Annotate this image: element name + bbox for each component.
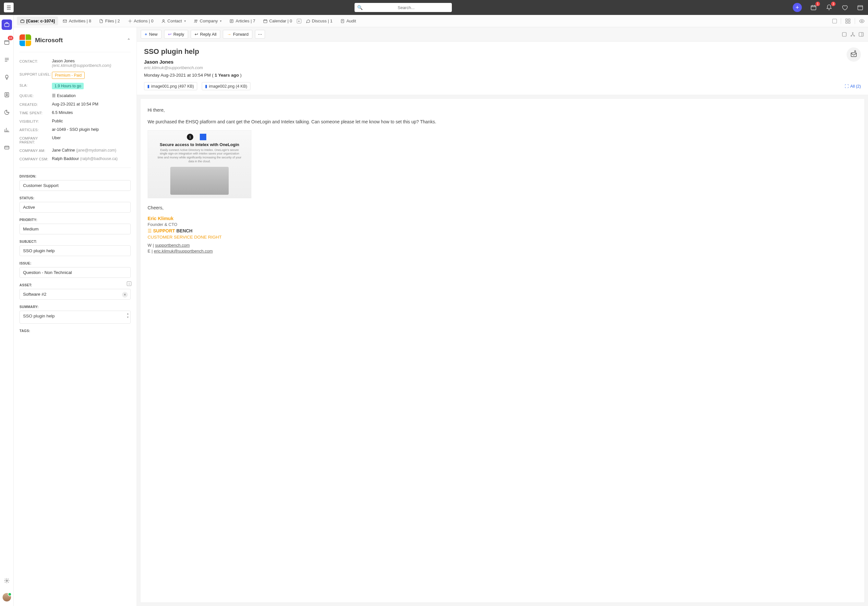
svg-rect-6: [5, 146, 9, 149]
attachment-2[interactable]: ▮image002.png (4 KB): [202, 82, 250, 90]
details-panel: Microsoft ⌃ CONTACT:Jason Jones (eric.kl…: [14, 27, 137, 606]
svg-rect-17: [846, 19, 847, 20]
rail-inbox-icon[interactable]: 15: [2, 37, 12, 47]
forward-button[interactable]: →Forward: [223, 30, 253, 39]
search-input[interactable]: [355, 3, 452, 12]
signature-title: Founder & CTO: [147, 222, 857, 227]
svg-rect-15: [264, 19, 267, 22]
rail-lightbulb-icon[interactable]: [2, 72, 12, 82]
rail-chart-icon[interactable]: [2, 124, 12, 135]
message-subject: SSO plugin help: [144, 47, 861, 56]
tab-files[interactable]: Files | 2: [96, 17, 123, 25]
tab-articles[interactable]: Articles | 7: [226, 17, 258, 25]
archive-icon[interactable]: [856, 3, 864, 11]
window-icon[interactable]: [832, 19, 837, 23]
rail-contact-icon[interactable]: [2, 90, 12, 100]
left-rail: 15: [0, 15, 14, 606]
tab-case[interactable]: [Case: c-1074]: [17, 17, 58, 25]
user-avatar[interactable]: [3, 593, 11, 601]
file-icon: ▮: [147, 84, 150, 89]
svg-rect-19: [846, 22, 847, 23]
svg-point-13: [196, 19, 197, 21]
global-search[interactable]: 🔍: [355, 3, 452, 12]
svg-point-12: [195, 19, 196, 21]
qr-icon[interactable]: [845, 18, 851, 24]
clear-asset-button[interactable]: ×: [122, 292, 128, 298]
bell-icon[interactable]: 3: [825, 3, 833, 11]
tab-row: [Case: c-1074] Activities | 8 Files | 2 …: [14, 15, 868, 27]
chevron-down-icon: ▾: [220, 19, 222, 23]
more-button[interactable]: ⋯: [255, 30, 265, 39]
message-body: Hi there, We purchased the EHSQ platform…: [140, 98, 865, 603]
company-title: Microsoft: [35, 37, 123, 44]
subject-input[interactable]: SSO plugin help: [19, 246, 131, 256]
panel-icon[interactable]: [858, 31, 864, 37]
priority-select[interactable]: Medium: [19, 224, 131, 235]
svg-rect-18: [849, 19, 850, 20]
reply-button[interactable]: ↩Reply: [164, 30, 188, 39]
expand-icon[interactable]: [842, 31, 847, 37]
rail-analytics-icon[interactable]: [2, 107, 12, 118]
issue-select[interactable]: Question - Non Technical: [19, 267, 131, 278]
new-button[interactable]: +New: [141, 30, 161, 39]
rail-settings-icon[interactable]: [2, 575, 12, 586]
info-icon[interactable]: i: [127, 281, 131, 286]
attachment-1[interactable]: ▮image001.png (497 KB): [144, 82, 197, 90]
tab-company[interactable]: Company▾: [191, 17, 225, 25]
email-link[interactable]: eric.klimuk@supportbench.com: [154, 249, 213, 253]
summary-input[interactable]: SSO plugin help▲▼: [19, 311, 131, 323]
tab-audit[interactable]: Audit: [337, 17, 360, 25]
eye-icon[interactable]: [859, 18, 865, 24]
tab-contact[interactable]: Contact▾: [158, 17, 189, 25]
website-link[interactable]: supportbench.com: [155, 243, 190, 248]
spin-down-icon[interactable]: ▼: [127, 316, 129, 319]
inline-image: 1 Secure access to Intelex with OneLogin…: [147, 130, 251, 198]
rail-workspace-icon[interactable]: [2, 142, 12, 152]
file-icon: ▮: [205, 84, 207, 89]
heart-icon[interactable]: [841, 3, 849, 11]
tab-activities[interactable]: Activities | 8: [59, 17, 95, 25]
svg-point-21: [861, 20, 863, 22]
all-attachments-link[interactable]: ⛶All (2): [845, 84, 861, 89]
rail-list-icon[interactable]: [2, 54, 12, 65]
svg-rect-3: [5, 40, 9, 45]
spin-up-icon[interactable]: ▲: [127, 312, 129, 315]
signature-name: Eric Klimuk: [147, 216, 857, 221]
sla-pill: 1.9 Hours to go: [52, 83, 84, 89]
division-select[interactable]: Customer Support: [19, 180, 131, 191]
status-select[interactable]: Active: [19, 202, 131, 213]
rail-cases-icon[interactable]: [2, 19, 12, 30]
reply-all-button[interactable]: ↩Reply All: [191, 30, 220, 39]
svg-point-7: [6, 580, 8, 582]
network-icon[interactable]: [850, 31, 856, 37]
layers-icon: ☰: [52, 93, 57, 98]
svg-rect-0: [811, 6, 816, 10]
calendar-badge: 1: [815, 2, 820, 6]
from-email: eric.klimuk@supportbench.com: [144, 65, 861, 70]
add-button[interactable]: +: [793, 3, 802, 12]
asset-select[interactable]: Software #2×: [19, 289, 131, 300]
app-logo[interactable]: ☰: [4, 3, 14, 12]
message-date: Monday Aug-23-2021 at 10:54 PM ( 1 Years…: [144, 73, 861, 78]
rail-inbox-badge: 15: [8, 36, 13, 40]
svg-rect-8: [21, 20, 24, 23]
message-area: +New ↩Reply ↩Reply All →Forward ⋯ SSO pl…: [137, 27, 868, 606]
message-header: SSO plugin help Jason Jones eric.klimuk@…: [137, 42, 868, 95]
bell-badge: 3: [831, 2, 835, 6]
collapse-chevron-icon[interactable]: ⌃: [127, 38, 131, 43]
tab-actions[interactable]: Actions | 0: [124, 17, 157, 25]
svg-rect-2: [5, 23, 9, 26]
svg-point-25: [852, 33, 853, 33]
calendar-icon[interactable]: 1: [810, 3, 817, 11]
tab-discuss[interactable]: Discuss | 1: [303, 17, 336, 25]
supportbench-logo: ☰SUPPORTBENCH: [147, 228, 857, 233]
tab-calendar[interactable]: Calendar | 0: [260, 17, 296, 25]
reply-envelope-button[interactable]: +: [846, 47, 861, 62]
calendar-add-button[interactable]: +: [297, 19, 301, 23]
chevron-down-icon: ▾: [184, 19, 186, 23]
search-icon: 🔍: [357, 5, 363, 10]
topbar: ☰ 🔍 + 1 3: [0, 0, 868, 15]
message-toolbar: +New ↩Reply ↩Reply All →Forward ⋯: [137, 27, 868, 42]
svg-point-11: [163, 19, 164, 21]
svg-point-5: [6, 93, 8, 95]
